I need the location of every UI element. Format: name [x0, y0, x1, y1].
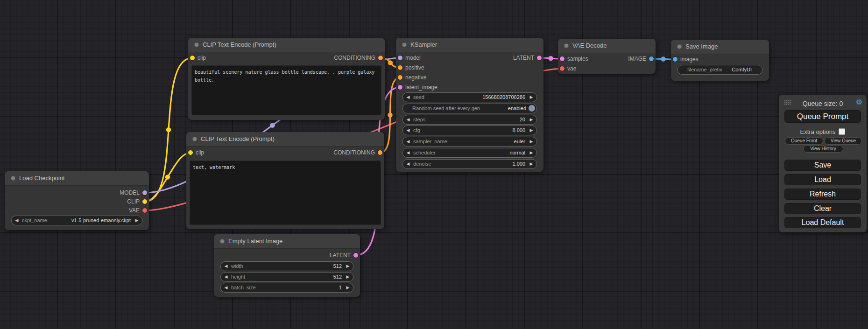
negative-input-dot[interactable]	[398, 75, 402, 80]
increment-arrow-icon[interactable]: ▶	[345, 283, 351, 292]
prompt-textarea[interactable]: text, watermark	[190, 161, 381, 225]
increment-arrow-icon[interactable]: ▶	[529, 115, 534, 124]
increment-arrow-icon[interactable]: ▶	[529, 160, 534, 168]
refresh-button[interactable]: Refresh	[784, 189, 861, 200]
toggle-indicator[interactable]	[529, 105, 535, 112]
Random seed after every gen-widget[interactable]: Random seed after every genenabled	[402, 104, 537, 113]
increment-arrow-icon[interactable]: ▶	[345, 262, 351, 271]
decrement-arrow-icon[interactable]: ◀	[14, 216, 20, 225]
height-widget[interactable]: ◀▶height512	[220, 272, 353, 282]
link-midpoint-dot[interactable]	[548, 56, 553, 61]
output-slot-latent: LATENT	[214, 251, 360, 259]
collapse-dot[interactable]	[192, 137, 197, 141]
latent_image-input-dot[interactable]	[398, 85, 402, 90]
widget-value: v1-5-pruned-emaonly.ckpt	[71, 216, 131, 225]
scheduler-widget[interactable]: ◀▶schedulernormal	[402, 148, 537, 158]
node-title-bar[interactable]: Save Image	[671, 40, 769, 54]
input-slot-label: negative	[405, 73, 426, 82]
decrement-arrow-icon[interactable]: ◀	[223, 273, 229, 281]
batch_size-widget[interactable]: ◀▶batch_size1	[220, 283, 353, 293]
load-default-button[interactable]: Load Default	[784, 217, 861, 228]
increment-arrow-icon[interactable]: ▶	[529, 148, 534, 157]
conditioning-output-dot[interactable]	[378, 150, 382, 155]
collapse-dot[interactable]	[194, 42, 199, 47]
positive-input-dot[interactable]	[398, 65, 402, 70]
decrement-arrow-icon[interactable]: ◀	[405, 93, 411, 102]
collapse-dot[interactable]	[220, 239, 225, 244]
node-title-bar[interactable]: KSampler	[396, 38, 543, 52]
node-save-image[interactable]: Save Imageimagesfilename_prefixComfyUI	[671, 40, 769, 81]
sampler_name-widget[interactable]: ◀▶sampler_nameeuler	[402, 137, 537, 147]
output-slot-conditioning: CONDITIONING	[188, 54, 385, 62]
collapse-dot[interactable]	[564, 43, 569, 48]
clip-output-dot[interactable]	[142, 199, 147, 204]
conditioning-output-dot[interactable]	[378, 56, 383, 60]
clear-button[interactable]: Clear	[784, 203, 861, 214]
vae-output-dot[interactable]	[142, 208, 147, 213]
save-button[interactable]: Save	[784, 160, 861, 171]
link-midpoint-dot[interactable]	[166, 127, 171, 132]
gear-icon[interactable]: ⚙	[856, 98, 862, 106]
image-output-dot[interactable]	[649, 56, 654, 61]
node-graph-canvas[interactable]: Load CheckpointMODELCLIPVAE◀▶ckpt_namev1…	[0, 0, 868, 329]
cfg-widget[interactable]: ◀▶cfg8.000	[402, 126, 537, 135]
node-load-checkpoint[interactable]: Load CheckpointMODELCLIPVAE◀▶ckpt_namev1…	[5, 171, 149, 230]
node-ksampler[interactable]: KSamplermodelpositivenegativelatent_imag…	[396, 38, 543, 172]
decrement-arrow-icon[interactable]: ◀	[405, 126, 411, 135]
vae-input-dot[interactable]	[560, 66, 565, 71]
widget-label: batch_size	[231, 283, 256, 292]
queue-prompt-button[interactable]: Queue Prompt	[784, 110, 861, 123]
widget-value: 156680208700286	[482, 93, 525, 102]
model-output-dot[interactable]	[142, 190, 147, 195]
node-title-bar[interactable]: VAE Decode	[558, 39, 656, 53]
node-title-bar[interactable]: Empty Latent Image	[214, 234, 360, 249]
decrement-arrow-icon[interactable]: ◀	[405, 115, 411, 124]
view-queue-button[interactable]: View Queue	[825, 137, 862, 145]
widget-label: seed	[413, 93, 424, 102]
images-input-dot[interactable]	[673, 57, 677, 62]
queue-front-button[interactable]: Queue Front	[785, 137, 823, 145]
decrement-arrow-icon[interactable]: ◀	[223, 262, 229, 271]
node-clip-text-encode-positive[interactable]: CLIP Text Encode (Prompt)clipCONDITIONIN…	[188, 38, 385, 120]
collapse-dot[interactable]	[402, 42, 407, 47]
link-midpoint-dot[interactable]	[388, 60, 393, 65]
decrement-arrow-icon[interactable]: ◀	[405, 137, 411, 146]
decrement-arrow-icon[interactable]: ◀	[405, 148, 411, 157]
increment-arrow-icon[interactable]: ▶	[529, 126, 534, 135]
increment-arrow-icon[interactable]: ▶	[134, 216, 140, 225]
output-slot-label: LATENT	[330, 251, 351, 259]
node-clip-text-encode-negative[interactable]: CLIP Text Encode (Prompt)clipCONDITIONIN…	[186, 132, 384, 229]
link-midpoint-dot[interactable]	[270, 123, 275, 127]
view-history-button[interactable]: View History	[803, 145, 843, 153]
node-title: CLIP Text Encode (Prompt)	[203, 38, 276, 52]
node-title-bar[interactable]: Load Checkpoint	[5, 171, 149, 186]
latent-output-dot[interactable]	[537, 56, 542, 60]
steps-widget[interactable]: ◀▶steps20	[402, 115, 537, 125]
prompt-textarea[interactable]: beautiful scenery nature glass bottle la…	[191, 65, 381, 115]
filename_prefix-widget[interactable]: filename_prefixComfyUI	[677, 65, 762, 75]
decrement-arrow-icon[interactable]: ◀	[223, 283, 229, 292]
node-vae-decode[interactable]: VAE DecodesamplesvaeIMAGE	[558, 39, 656, 74]
width-widget[interactable]: ◀▶width512	[220, 261, 353, 271]
node-title-bar[interactable]: CLIP Text Encode (Prompt)	[186, 132, 384, 147]
input-slot-label: positive	[405, 63, 424, 72]
denoise-widget[interactable]: ◀▶denoise1.000	[402, 159, 537, 169]
node-title-bar[interactable]: CLIP Text Encode (Prompt)	[188, 38, 385, 52]
link-midpoint-dot[interactable]	[165, 175, 170, 179]
latent-output-dot[interactable]	[353, 253, 358, 258]
increment-arrow-icon[interactable]: ▶	[345, 273, 351, 281]
extra-options-checkbox[interactable]	[839, 128, 845, 135]
link-midpoint-dot[interactable]	[661, 56, 665, 61]
load-button[interactable]: Load	[784, 174, 861, 185]
node-empty-latent-image[interactable]: Empty Latent ImageLATENT◀▶width512◀▶heig…	[214, 234, 360, 297]
increment-arrow-icon[interactable]: ▶	[529, 93, 534, 102]
increment-arrow-icon[interactable]: ▶	[529, 137, 534, 146]
collapse-dot[interactable]	[11, 176, 15, 181]
decrement-arrow-icon[interactable]: ◀	[405, 160, 411, 168]
output-slot-image: IMAGE	[558, 55, 656, 63]
ckpt_name-widget[interactable]: ◀▶ckpt_namev1-5-pruned-emaonly.ckpt	[11, 216, 142, 225]
widget-label: steps	[413, 115, 425, 124]
seed-widget[interactable]: ◀▶seed156680208700286	[402, 92, 537, 102]
link-midpoint-dot[interactable]	[388, 112, 392, 117]
collapse-dot[interactable]	[677, 44, 682, 49]
